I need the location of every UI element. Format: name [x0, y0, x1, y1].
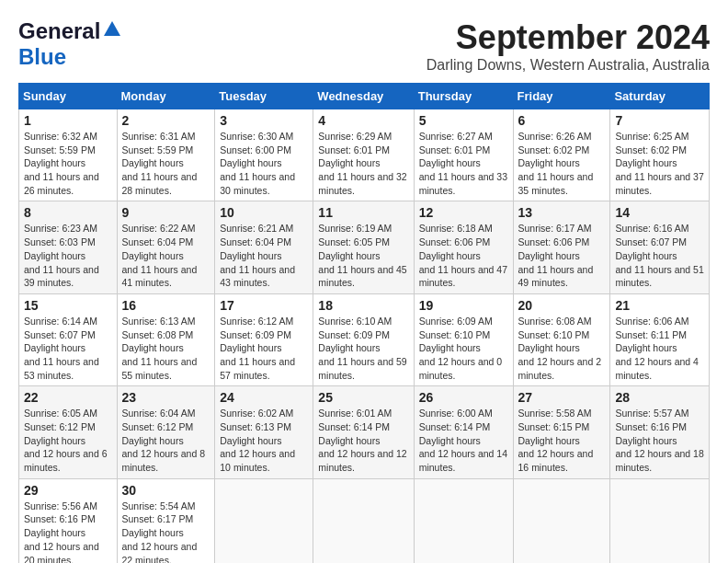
cell-week5-day6	[513, 478, 610, 563]
week-row-5: 29 Sunrise: 5:56 AMSunset: 6:16 PMDaylig…	[19, 478, 710, 563]
day-info: Sunrise: 6:18 AMSunset: 6:06 PMDaylight …	[419, 223, 507, 288]
week-row-4: 22 Sunrise: 6:05 AMSunset: 6:12 PMDaylig…	[19, 386, 710, 478]
week-row-1: 1 Sunrise: 6:32 AMSunset: 5:59 PMDayligh…	[19, 109, 710, 201]
day-number: 30	[122, 483, 210, 498]
cell-week5-day4	[313, 478, 414, 563]
cell-week3-day3: 17 Sunrise: 6:12 AMSunset: 6:09 PMDaylig…	[215, 293, 313, 385]
day-number: 5	[419, 113, 508, 128]
header-wednesday: Wednesday	[313, 84, 414, 109]
day-number: 29	[24, 483, 112, 498]
day-info: Sunrise: 5:56 AMSunset: 6:16 PMDaylight …	[24, 500, 99, 563]
day-info: Sunrise: 6:06 AMSunset: 6:11 PMDaylight …	[615, 316, 699, 381]
cell-week1-day6: 6 Sunrise: 6:26 AMSunset: 6:02 PMDayligh…	[513, 109, 610, 201]
day-info: Sunrise: 5:54 AMSunset: 6:17 PMDaylight …	[122, 500, 198, 563]
day-number: 2	[122, 113, 210, 128]
day-info: Sunrise: 6:27 AMSunset: 6:01 PMDaylight …	[419, 131, 507, 196]
day-info: Sunrise: 6:25 AMSunset: 6:02 PMDaylight …	[615, 131, 703, 196]
cell-week3-day4: 18 Sunrise: 6:10 AMSunset: 6:09 PMDaylig…	[313, 293, 414, 385]
cell-week5-day2: 30 Sunrise: 5:54 AMSunset: 6:17 PMDaylig…	[117, 478, 215, 563]
header-monday: Monday	[117, 84, 215, 109]
day-number: 19	[419, 298, 508, 313]
day-info: Sunrise: 6:10 AMSunset: 6:09 PMDaylight …	[318, 316, 406, 381]
header-thursday: Thursday	[414, 84, 513, 109]
cell-week5-day1: 29 Sunrise: 5:56 AMSunset: 6:16 PMDaylig…	[19, 478, 118, 563]
cell-week4-day4: 25 Sunrise: 6:01 AMSunset: 6:14 PMDaylig…	[313, 386, 414, 478]
header-friday: Friday	[513, 84, 610, 109]
day-number: 7	[615, 113, 704, 128]
day-info: Sunrise: 6:26 AMSunset: 6:02 PMDaylight …	[518, 131, 594, 196]
week-row-3: 15 Sunrise: 6:14 AMSunset: 6:07 PMDaylig…	[19, 293, 710, 385]
day-info: Sunrise: 6:00 AMSunset: 6:14 PMDaylight …	[419, 408, 507, 473]
logo-general: General	[18, 18, 100, 44]
title-area: September 2024 Darling Downs, Western Au…	[427, 18, 710, 74]
cell-week2-day7: 14 Sunrise: 6:16 AMSunset: 6:07 PMDaylig…	[610, 201, 710, 293]
day-number: 8	[24, 205, 112, 220]
cell-week2-day1: 8 Sunrise: 6:23 AMSunset: 6:03 PMDayligh…	[19, 201, 118, 293]
cell-week5-day3	[215, 478, 313, 563]
day-info: Sunrise: 6:05 AMSunset: 6:12 PMDaylight …	[24, 408, 108, 473]
day-number: 13	[518, 205, 606, 220]
cell-week5-day5	[414, 478, 513, 563]
day-number: 23	[122, 390, 210, 405]
day-info: Sunrise: 5:57 AMSunset: 6:16 PMDaylight …	[615, 408, 703, 473]
cell-week4-day5: 26 Sunrise: 6:00 AMSunset: 6:14 PMDaylig…	[414, 386, 513, 478]
cell-week4-day6: 27 Sunrise: 5:58 AMSunset: 6:15 PMDaylig…	[513, 386, 610, 478]
cell-week2-day3: 10 Sunrise: 6:21 AMSunset: 6:04 PMDaylig…	[215, 201, 313, 293]
cell-week2-day6: 13 Sunrise: 6:17 AMSunset: 6:06 PMDaylig…	[513, 201, 610, 293]
day-number: 14	[615, 205, 704, 220]
cell-week4-day2: 23 Sunrise: 6:04 AMSunset: 6:12 PMDaylig…	[117, 386, 215, 478]
day-info: Sunrise: 6:21 AMSunset: 6:04 PMDaylight …	[220, 223, 295, 288]
logo: General Blue	[18, 18, 122, 70]
day-number: 11	[318, 205, 408, 220]
day-number: 25	[318, 390, 408, 405]
svg-marker-0	[104, 21, 120, 36]
day-info: Sunrise: 6:17 AMSunset: 6:06 PMDaylight …	[518, 223, 594, 288]
cell-week4-day1: 22 Sunrise: 6:05 AMSunset: 6:12 PMDaylig…	[19, 386, 118, 478]
subtitle: Darling Downs, Western Australia, Austra…	[427, 57, 710, 74]
day-number: 12	[419, 205, 508, 220]
days-header-row: Sunday Monday Tuesday Wednesday Thursday…	[19, 84, 710, 109]
day-info: Sunrise: 6:09 AMSunset: 6:10 PMDaylight …	[419, 316, 503, 381]
cell-week3-day2: 16 Sunrise: 6:13 AMSunset: 6:08 PMDaylig…	[117, 293, 215, 385]
day-number: 21	[615, 298, 704, 313]
day-number: 6	[518, 113, 606, 128]
day-info: Sunrise: 5:58 AMSunset: 6:15 PMDaylight …	[518, 408, 594, 473]
day-info: Sunrise: 6:30 AMSunset: 6:00 PMDaylight …	[220, 131, 295, 196]
day-number: 16	[122, 298, 210, 313]
day-number: 18	[318, 298, 408, 313]
header: General Blue September 2024 Darling Down…	[18, 18, 710, 74]
day-info: Sunrise: 6:22 AMSunset: 6:04 PMDaylight …	[122, 223, 198, 288]
header-sunday: Sunday	[19, 84, 118, 109]
day-info: Sunrise: 6:04 AMSunset: 6:12 PMDaylight …	[122, 408, 206, 473]
month-title: September 2024	[427, 18, 710, 57]
day-number: 3	[220, 113, 308, 128]
cell-week2-day4: 11 Sunrise: 6:19 AMSunset: 6:05 PMDaylig…	[313, 201, 414, 293]
day-number: 27	[518, 390, 606, 405]
cell-week1-day2: 2 Sunrise: 6:31 AMSunset: 5:59 PMDayligh…	[117, 109, 215, 201]
day-info: Sunrise: 6:02 AMSunset: 6:13 PMDaylight …	[220, 408, 295, 473]
calendar-table: Sunday Monday Tuesday Wednesday Thursday…	[18, 83, 710, 563]
cell-week1-day3: 3 Sunrise: 6:30 AMSunset: 6:00 PMDayligh…	[215, 109, 313, 201]
cell-week3-day1: 15 Sunrise: 6:14 AMSunset: 6:07 PMDaylig…	[19, 293, 118, 385]
cell-week3-day5: 19 Sunrise: 6:09 AMSunset: 6:10 PMDaylig…	[414, 293, 513, 385]
day-info: Sunrise: 6:14 AMSunset: 6:07 PMDaylight …	[24, 316, 99, 381]
cell-week3-day6: 20 Sunrise: 6:08 AMSunset: 6:10 PMDaylig…	[513, 293, 610, 385]
day-info: Sunrise: 6:12 AMSunset: 6:09 PMDaylight …	[220, 316, 295, 381]
day-info: Sunrise: 6:13 AMSunset: 6:08 PMDaylight …	[122, 316, 198, 381]
day-number: 24	[220, 390, 308, 405]
day-number: 22	[24, 390, 112, 405]
header-saturday: Saturday	[610, 84, 710, 109]
day-info: Sunrise: 6:32 AMSunset: 5:59 PMDaylight …	[24, 131, 99, 196]
cell-week2-day2: 9 Sunrise: 6:22 AMSunset: 6:04 PMDayligh…	[117, 201, 215, 293]
day-number: 26	[419, 390, 508, 405]
day-info: Sunrise: 6:19 AMSunset: 6:05 PMDaylight …	[318, 223, 406, 288]
cell-week4-day7: 28 Sunrise: 5:57 AMSunset: 6:16 PMDaylig…	[610, 386, 710, 478]
day-number: 15	[24, 298, 112, 313]
cell-week1-day1: 1 Sunrise: 6:32 AMSunset: 5:59 PMDayligh…	[19, 109, 118, 201]
day-number: 20	[518, 298, 606, 313]
cell-week5-day7	[610, 478, 710, 563]
day-number: 4	[318, 113, 408, 128]
day-info: Sunrise: 6:08 AMSunset: 6:10 PMDaylight …	[518, 316, 602, 381]
logo-blue: Blue	[18, 44, 66, 69]
cell-week4-day3: 24 Sunrise: 6:02 AMSunset: 6:13 PMDaylig…	[215, 386, 313, 478]
